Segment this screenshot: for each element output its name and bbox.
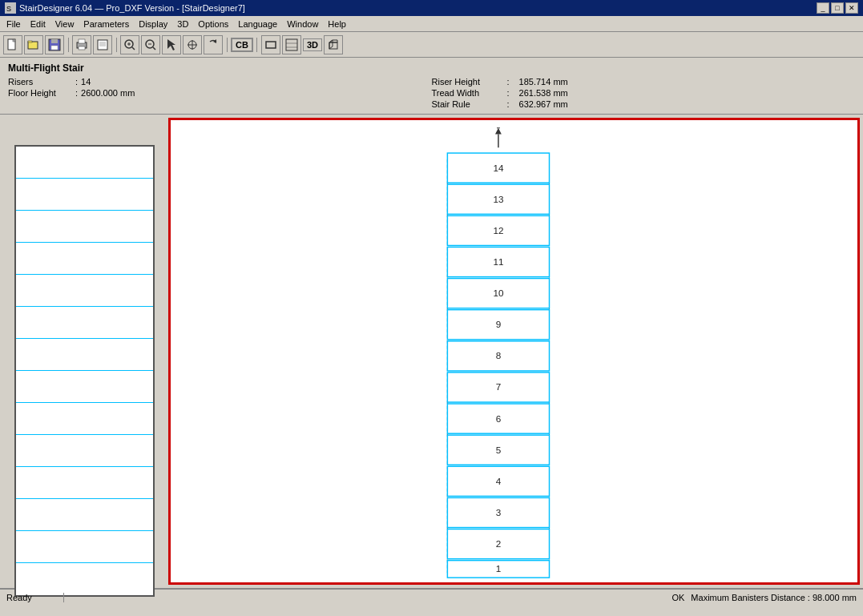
zoom-out-button[interactable] (141, 35, 160, 54)
list-item[interactable] (16, 563, 153, 595)
3d-button[interactable]: 3D (303, 38, 322, 51)
list-item[interactable] (16, 147, 153, 179)
svg-rect-4 (28, 42, 38, 49)
status-ready: Ready (0, 593, 64, 602)
ok-label: OK (671, 593, 684, 602)
close-button[interactable]: ✕ (845, 2, 858, 14)
svg-rect-7 (51, 39, 58, 43)
svg-text:2: 2 (496, 538, 502, 549)
svg-rect-11 (79, 46, 85, 50)
svg-text:13: 13 (493, 194, 503, 204)
3d-view-button[interactable] (324, 35, 343, 54)
2d-view-button[interactable] (261, 35, 280, 54)
toolbar-sep-4 (255, 35, 260, 54)
left-panel (0, 115, 168, 588)
svg-marker-27 (213, 39, 216, 43)
svg-line-21 (153, 47, 155, 50)
select-button[interactable] (162, 35, 181, 54)
svg-text:14: 14 (493, 163, 504, 173)
restore-button[interactable]: □ (831, 2, 844, 14)
svg-text:11: 11 (493, 256, 503, 267)
stair-type-title: Multi-Flight Stair (8, 62, 84, 74)
risers-value: 14 (81, 77, 91, 87)
svg-rect-5 (28, 41, 32, 42)
svg-text:3: 3 (496, 507, 502, 517)
window-controls[interactable]: _ □ ✕ (817, 2, 858, 14)
minimize-button[interactable]: _ (817, 2, 829, 14)
svg-rect-29 (286, 39, 297, 50)
riser-height-sep: : (507, 77, 510, 87)
toolbar-sep-1 (66, 35, 71, 54)
svg-rect-10 (79, 39, 85, 43)
svg-text:4: 4 (496, 476, 502, 486)
tread-width-label: Tread Width (432, 88, 504, 98)
toolbar-sep-2 (114, 35, 119, 54)
menu-edit[interactable]: Edit (26, 18, 50, 30)
list-item[interactable] (16, 179, 153, 211)
print-button[interactable] (72, 35, 91, 54)
zoom-fit-button[interactable] (120, 35, 139, 54)
stair-rule-label: Stair Rule (432, 99, 504, 109)
title-bar: S StairDesigner 6.04 — Pro_DXF Version -… (0, 0, 863, 16)
main-area: 14 13 12 11 10 9 8 7 6 (0, 115, 863, 588)
save-button[interactable] (45, 35, 64, 54)
menu-window[interactable]: Window (282, 18, 323, 30)
menu-file[interactable]: File (2, 18, 26, 30)
riser-height-label: Riser Height (432, 77, 504, 87)
info-panel: Multi-Flight Stair Risers : 14 Riser Hei… (0, 58, 863, 115)
list-item[interactable] (16, 243, 153, 275)
floor-height-sep: : (75, 88, 78, 98)
svg-text:9: 9 (496, 319, 502, 329)
drawing-area[interactable]: 14 13 12 11 10 9 8 7 6 (168, 118, 860, 585)
list-item[interactable] (16, 339, 153, 371)
open-button[interactable] (24, 35, 43, 54)
floor-height-label: Floor Height (8, 88, 72, 98)
tread-width-sep: : (507, 88, 510, 98)
list-item[interactable] (16, 467, 153, 499)
toolbar-sep-3 (224, 35, 229, 54)
menu-help[interactable]: Help (323, 18, 351, 30)
svg-text:5: 5 (496, 445, 502, 455)
list-item[interactable] (16, 371, 153, 403)
stair-rule-value: 632.967 mm (519, 99, 568, 109)
risers-sep: : (75, 77, 78, 87)
list-item[interactable] (16, 403, 153, 435)
riser-height-value: 185.714 mm (519, 77, 568, 87)
cb-button[interactable]: CB (231, 38, 253, 52)
svg-marker-23 (167, 39, 175, 50)
svg-text:8: 8 (496, 350, 502, 360)
list-item[interactable] (16, 211, 153, 243)
menu-options[interactable]: Options (193, 18, 233, 30)
floor-height-value: 2600.000 mm (81, 88, 135, 98)
menu-language[interactable]: Language (233, 18, 282, 30)
menu-parameters[interactable]: Parameters (79, 18, 134, 30)
stair-rule-sep: : (507, 99, 510, 109)
stair-diagram: 14 13 12 11 10 9 8 7 6 (171, 120, 857, 582)
list-item[interactable] (16, 275, 153, 307)
rotate-button[interactable] (204, 35, 223, 54)
svg-line-17 (132, 47, 135, 50)
menu-display[interactable]: Display (134, 18, 172, 30)
risers-label: Risers (8, 77, 72, 87)
menu-3d[interactable]: 3D (172, 18, 193, 30)
list-item[interactable] (16, 531, 153, 563)
plan-button[interactable] (282, 35, 301, 54)
stair-list (14, 145, 155, 597)
svg-rect-28 (266, 42, 276, 48)
svg-text:6: 6 (496, 413, 502, 424)
svg-text:12: 12 (493, 225, 503, 236)
svg-text:1: 1 (496, 563, 502, 574)
list-item[interactable] (16, 307, 153, 339)
pan-button[interactable] (183, 35, 202, 54)
window-title: StairDesigner 6.04 — Pro_DXF Version - [… (19, 3, 817, 13)
app-icon: S (5, 2, 16, 14)
svg-text:10: 10 (493, 288, 504, 298)
list-item[interactable] (16, 499, 153, 531)
list-item[interactable] (16, 435, 153, 467)
menu-bar: File Edit View Parameters Display 3D Opt… (0, 16, 863, 32)
new-button[interactable] (3, 35, 22, 54)
svg-text:S: S (6, 5, 11, 13)
banisters-status: Maximum Banisters Distance : 98.000 mm (691, 593, 857, 602)
menu-view[interactable]: View (50, 18, 79, 30)
preview-button[interactable] (93, 35, 112, 54)
